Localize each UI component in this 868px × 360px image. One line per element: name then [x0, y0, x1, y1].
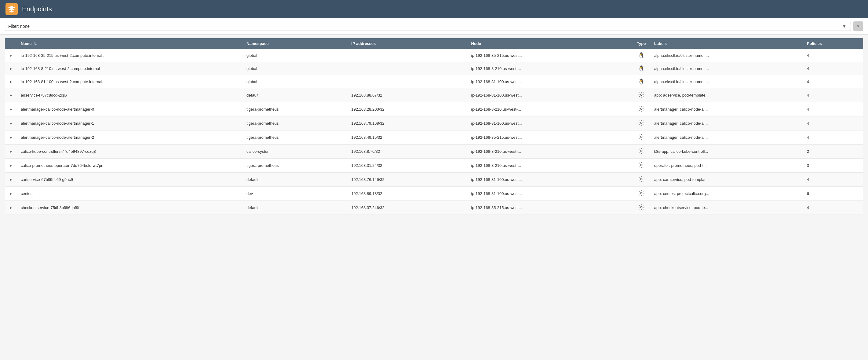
cell-namespace: default	[243, 88, 347, 102]
cell-labels: k8s-app: calico-kube-controll...	[651, 145, 803, 159]
cell-name: calico-kube-controllers-77d4b94897-cdzq8	[17, 145, 243, 159]
cell-labels: operator: prometheus, pod-t...	[651, 159, 803, 173]
cell-policies: 4	[803, 75, 863, 88]
cell-ip: 192.168.49.15/32	[347, 130, 467, 145]
pod-icon	[638, 94, 645, 99]
cell-type	[632, 201, 651, 215]
column-namespace: Namespace	[243, 38, 347, 49]
cell-ip: 192.168.28.203/32	[347, 102, 467, 116]
app-icon	[5, 3, 18, 15]
table-row: ▶adservice-f787c8dcd-2cjl6default192.168…	[5, 88, 863, 102]
filter-clear-button[interactable]: ×	[853, 21, 863, 31]
cell-namespace: global	[243, 49, 347, 62]
expand-button[interactable]: ▶	[8, 205, 13, 210]
expand-button[interactable]: ▶	[8, 135, 13, 140]
expand-button[interactable]: ▶	[8, 53, 13, 58]
filter-bar: ▼ ×	[0, 18, 868, 34]
cell-namespace: dev	[243, 187, 347, 201]
pod-icon	[638, 165, 645, 169]
expand-button[interactable]: ▶	[8, 79, 13, 84]
filter-input[interactable]	[8, 24, 841, 29]
cell-policies: 4	[803, 102, 863, 116]
expand-button[interactable]: ▶	[8, 107, 13, 112]
cell-labels: app: cartservice, pod-templat...	[651, 173, 803, 187]
expand-button[interactable]: ▶	[8, 149, 13, 154]
cell-ip: 192.168.37.246/32	[347, 201, 467, 215]
filter-input-wrapper: ▼	[5, 22, 851, 31]
cell-node: ip-192-168-8-210.us-west-...	[468, 159, 632, 173]
cell-namespace: default	[243, 201, 347, 215]
svg-point-0	[641, 94, 642, 96]
cell-node: ip-192-168-35-215.us-west...	[468, 201, 632, 215]
cell-ip	[347, 62, 467, 75]
table-row: ▶calico-kube-controllers-77d4b94897-cdzq…	[5, 145, 863, 159]
cell-node: ip-192-168-81-100.us-west...	[468, 75, 632, 88]
cell-type	[632, 102, 651, 116]
linux-icon: 🐧	[638, 79, 645, 85]
cell-node: ip-192-168-8-210.us-west-...	[468, 145, 632, 159]
cell-node: ip-192-168-81-100.us-west...	[468, 116, 632, 130]
cell-node: ip-192-168-35-215.us-west...	[468, 130, 632, 145]
cell-node: ip-192-168-81-100.us-west...	[468, 88, 632, 102]
cell-type	[632, 88, 651, 102]
cell-type	[632, 130, 651, 145]
cell-node: ip-192-168-81-100.us-west...	[468, 187, 632, 201]
table-row: ▶alertmanager-calico-node-alertmanager-1…	[5, 116, 863, 130]
linux-icon: 🐧	[638, 52, 645, 58]
cell-type: 🐧	[632, 49, 651, 62]
cell-node: ip-192-168-8-210.us-west-...	[468, 62, 632, 75]
cell-policies: 4	[803, 201, 863, 215]
cell-namespace: tigera-prometheus	[243, 116, 347, 130]
cell-policies: 4	[803, 116, 863, 130]
cell-name: calico-prometheus-operator-7dd764bcfd-wt…	[17, 159, 243, 173]
cell-labels: alertmanager: calico-node-al...	[651, 116, 803, 130]
cell-type	[632, 173, 651, 187]
expand-button[interactable]: ▶	[8, 191, 13, 196]
cell-type: 🐧	[632, 62, 651, 75]
svg-point-6	[641, 178, 642, 180]
cube-icon	[8, 5, 16, 13]
column-labels: Labels	[651, 38, 803, 49]
cell-name: alertmanager-calico-node-alertmanager-0	[17, 102, 243, 116]
cell-name: cartservice-67b89ffc69-g9nc9	[17, 173, 243, 187]
expand-button[interactable]: ▶	[8, 163, 13, 168]
svg-point-5	[641, 164, 642, 166]
cell-ip: 192.168.8.76/32	[347, 145, 467, 159]
svg-point-7	[641, 192, 642, 194]
column-name[interactable]: Name ⇅	[17, 38, 243, 49]
cell-ip: 192.168.79.168/32	[347, 116, 467, 130]
table-row: ▶alertmanager-calico-node-alertmanager-0…	[5, 102, 863, 116]
page-title: Endpoints	[22, 5, 52, 13]
table-row: ▶alertmanager-calico-node-alertmanager-2…	[5, 130, 863, 145]
table-row: ▶ip-192-168-35-215.us-west-2.compute.int…	[5, 49, 863, 62]
cell-name: ip-192-168-81-100.us-west-2.compute.inte…	[17, 75, 243, 88]
cell-type: 🐧	[632, 75, 651, 88]
column-ip: IP addresses	[347, 38, 467, 49]
sort-arrows-icon: ⇅	[34, 42, 37, 46]
table-header-row: Name ⇅ Namespace IP addresses Node Type …	[5, 38, 863, 49]
cell-policies: 6	[803, 187, 863, 201]
expand-button[interactable]: ▶	[8, 66, 13, 71]
pod-icon	[638, 179, 645, 183]
svg-point-8	[641, 206, 642, 208]
expand-button[interactable]: ▶	[8, 93, 13, 98]
pod-icon	[638, 207, 645, 211]
pod-icon	[638, 109, 645, 113]
cell-name: alertmanager-calico-node-alertmanager-1	[17, 116, 243, 130]
cell-ip: 192.168.76.146/32	[347, 173, 467, 187]
cell-policies: 4	[803, 49, 863, 62]
cell-node: ip-192-168-8-210.us-west-...	[468, 102, 632, 116]
svg-point-4	[641, 150, 642, 152]
column-node: Node	[468, 38, 632, 49]
cell-name: ip-192-168-35-215.us-west-2.compute.inte…	[17, 49, 243, 62]
endpoints-table: Name ⇅ Namespace IP addresses Node Type …	[5, 38, 863, 215]
cell-policies: 4	[803, 62, 863, 75]
svg-point-2	[641, 122, 642, 124]
filter-dropdown-button[interactable]: ▼	[841, 24, 847, 29]
cell-node: ip-192-168-35-215.us-west...	[468, 49, 632, 62]
cell-ip: 192.168.31.24/32	[347, 159, 467, 173]
expand-button[interactable]: ▶	[8, 121, 13, 126]
expand-button[interactable]: ▶	[8, 177, 13, 182]
cell-policies: 3	[803, 159, 863, 173]
table-row: ▶centosdev192.168.89.13/32ip-192-168-81-…	[5, 187, 863, 201]
